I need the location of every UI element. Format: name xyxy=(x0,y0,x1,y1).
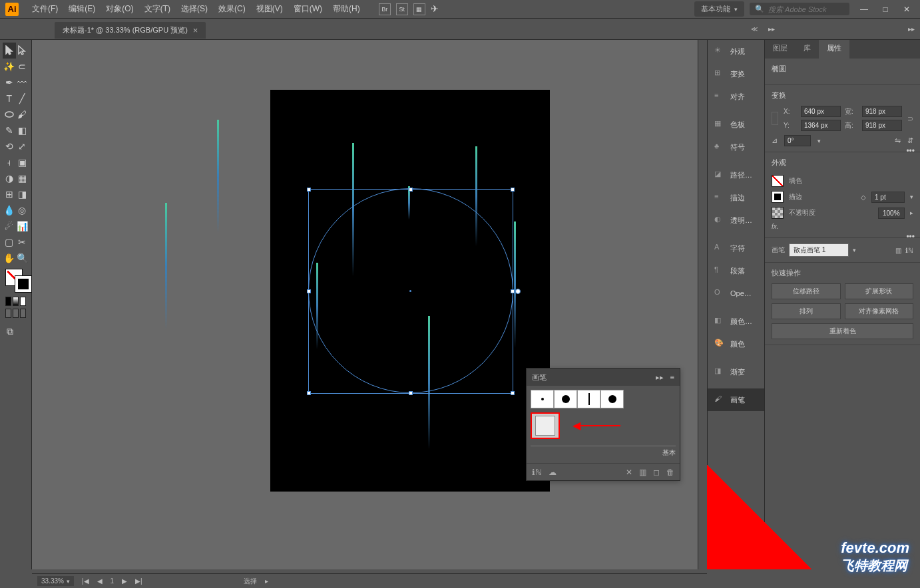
gradient-stroke-1 xyxy=(165,203,167,329)
delete-brush-icon[interactable]: 🗑 xyxy=(666,468,674,477)
menu-object[interactable]: 对象(O) xyxy=(101,3,138,15)
handle-e[interactable] xyxy=(511,289,515,293)
flip-v-icon[interactable]: ⇵ xyxy=(907,136,913,145)
default-brushes-row xyxy=(531,390,624,408)
brush-libraries-icon[interactable]: ℹℕ xyxy=(532,468,542,477)
menu-file[interactable]: 文件(F) xyxy=(27,3,63,15)
nav-first-icon[interactable]: |◀ xyxy=(82,577,89,585)
menu-window[interactable]: 窗口(W) xyxy=(288,3,328,15)
brush-options2-icon[interactable]: ▥ xyxy=(639,468,646,477)
reference-point[interactable] xyxy=(772,112,778,125)
link-wh-icon[interactable]: ⊃ xyxy=(907,114,913,123)
menu-edit[interactable]: 编辑(E) xyxy=(63,3,101,15)
y-label: Y: xyxy=(784,122,797,129)
canvas[interactable] xyxy=(32,40,707,569)
brush-swatch-2[interactable] xyxy=(554,390,577,408)
fill-swatch[interactable] xyxy=(772,175,784,187)
fill-label: 填色 xyxy=(789,176,802,186)
handle-sw[interactable] xyxy=(307,391,311,395)
gradient-stroke-2 xyxy=(217,120,219,233)
x-input[interactable] xyxy=(801,106,841,117)
angle-chevron-icon[interactable]: ▾ xyxy=(817,138,821,144)
nav-last-icon[interactable]: ▶| xyxy=(135,577,142,585)
app-logo: Ai xyxy=(5,3,19,16)
menu-effect[interactable]: 效果(C) xyxy=(213,3,251,15)
right-collapse2-icon[interactable]: ▸▸ xyxy=(908,25,915,33)
screen-mode-tool[interactable]: ⧉ xyxy=(3,323,17,339)
panel-collapse-icon[interactable]: ▸▸ xyxy=(656,373,664,382)
bridge-icon[interactable]: Br xyxy=(379,3,391,15)
opacity-swatch[interactable] xyxy=(772,207,784,219)
angle-icon: ⊿ xyxy=(772,136,778,145)
selection-bbox xyxy=(308,189,513,394)
flip-h-icon[interactable]: ⇋ xyxy=(895,136,901,145)
menu-type[interactable]: 文字(T) xyxy=(139,3,176,15)
brush-swatch-3[interactable] xyxy=(577,390,600,408)
right-collapse1-icon[interactable]: ▸▸ xyxy=(768,25,775,33)
panel-menu-icon[interactable]: ≡ xyxy=(670,373,674,381)
brush-swatch-4[interactable] xyxy=(600,390,624,408)
stock-icon[interactable]: St xyxy=(396,3,408,15)
custom-brush-swatch[interactable] xyxy=(531,412,560,439)
brushes-panel-footer: ℹℕ ☁ ✕ ▥ ◻ 🗑 xyxy=(527,463,680,480)
tab-close-icon[interactable]: × xyxy=(193,25,198,35)
h-label: 高: xyxy=(845,121,858,130)
opacity-label: 不透明度 xyxy=(789,208,815,218)
handle-ne[interactable] xyxy=(511,188,515,192)
tool-chevron-icon[interactable]: ▸ xyxy=(265,577,268,585)
handle-nw[interactable] xyxy=(307,188,311,192)
brushes-panel-header[interactable]: 画笔 ▸▸ ≡ xyxy=(527,368,680,386)
menu-help[interactable]: 帮助(H) xyxy=(328,3,365,15)
color-mode-none[interactable] xyxy=(20,297,26,306)
zoom-selector[interactable]: 33.33% ▾ xyxy=(37,576,74,586)
scrollbar-vertical[interactable] xyxy=(698,40,707,569)
y-input[interactable] xyxy=(801,120,841,131)
remove-stroke-icon[interactable]: ✕ xyxy=(626,468,632,477)
stroke-chevron-icon[interactable]: ▾ xyxy=(910,194,913,200)
handle-se[interactable] xyxy=(511,391,515,395)
watermark-url: fevte.com xyxy=(841,539,909,556)
left-toolbar: ✨⊂ ✒〰 T╱ 🖌 ✎◧ ⟲⤢ ⫞▣ ◑▦ ⊞◨ 💧◎ ☄📊 ▢✂ ✋🔍 ⧉ xyxy=(0,40,32,569)
nav-next-icon[interactable]: ▶ xyxy=(122,577,127,585)
watermark: fevte.com 飞特教程网 xyxy=(841,539,909,575)
appearance-section: 外观 填色 描边 ◇ ▾ 不透明度 100% ▸ fx. ••• xyxy=(765,152,920,238)
fx-label[interactable]: fx. xyxy=(772,223,779,230)
appearance-more-icon[interactable]: ••• xyxy=(906,232,915,241)
new-brush-icon[interactable]: ◻ xyxy=(653,468,660,477)
live-corner-widget[interactable] xyxy=(515,289,521,294)
stroke-weight-input[interactable] xyxy=(871,192,905,203)
zoom-chevron-icon: ▾ xyxy=(67,578,70,585)
transform-section: 变换 X: 宽: Y: 高: ⊃ ⊿ ▾ ⇋ ⇵ ••• xyxy=(765,85,920,152)
gpu-icon[interactable]: ✈ xyxy=(431,3,439,15)
brush-libraries2-icon[interactable]: ☁ xyxy=(549,468,557,477)
handle-s[interactable] xyxy=(409,391,413,395)
x-label: X: xyxy=(784,108,797,115)
h-input[interactable] xyxy=(862,120,902,131)
nav-prev-icon[interactable]: ◀ xyxy=(97,577,103,585)
handle-n[interactable] xyxy=(409,188,413,192)
workspace-selector[interactable]: 基本功能 ▾ xyxy=(694,1,744,17)
collapse-control-icon[interactable]: ≪ xyxy=(751,25,758,33)
w-input[interactable] xyxy=(862,106,902,117)
menu-select[interactable]: 选择(S) xyxy=(176,3,213,15)
menu-view[interactable]: 视图(V) xyxy=(251,3,288,15)
close-button[interactable]: ✕ xyxy=(899,3,915,15)
page-number[interactable]: 1 xyxy=(111,577,115,585)
search-stock-box[interactable]: 🔍 xyxy=(750,3,849,15)
watermark-cn: 飞特教程网 xyxy=(841,558,907,573)
stroke-swatch[interactable] xyxy=(772,191,784,203)
chevron-down-icon: ▾ xyxy=(734,6,738,13)
maximize-button[interactable]: □ xyxy=(877,3,893,15)
search-input[interactable] xyxy=(768,5,841,13)
handle-w[interactable] xyxy=(307,289,311,293)
brush-swatch-1[interactable] xyxy=(531,390,554,408)
status-bar: 33.33% ▾ |◀ ◀ 1 ▶ ▶| 选择 ▸ xyxy=(32,573,707,588)
opacity-chevron-icon[interactable]: ▸ xyxy=(910,210,913,216)
minimize-button[interactable]: — xyxy=(856,3,872,15)
angle-input[interactable] xyxy=(784,135,811,146)
top-icon-group: Br St ▦ ✈ xyxy=(379,3,439,15)
opacity-value[interactable]: 100% xyxy=(878,208,905,219)
current-tool-label: 选择 xyxy=(244,577,257,586)
document-tab[interactable]: 未标题-1* @ 33.33% (RGB/GPU 预览) × xyxy=(55,22,206,39)
arrange-docs-icon[interactable]: ▦ xyxy=(413,3,425,15)
